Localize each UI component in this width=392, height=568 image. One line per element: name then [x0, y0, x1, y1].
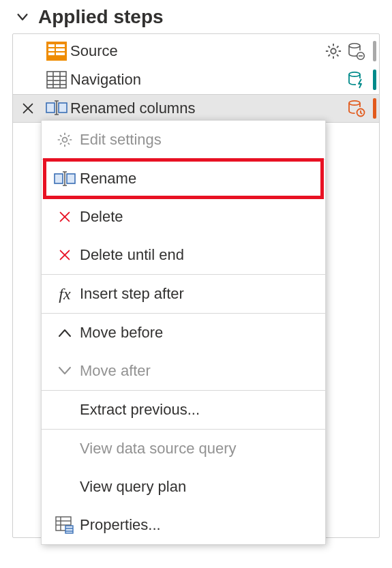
step-label: Navigation	[70, 71, 346, 89]
x-icon	[50, 248, 80, 263]
chevron-down-icon	[50, 365, 80, 377]
menu-label: Move after	[80, 363, 317, 378]
svg-rect-28	[65, 526, 73, 533]
table-icon	[43, 71, 70, 89]
menu-move-before[interactable]: Move before	[42, 314, 325, 352]
gear-icon[interactable]	[324, 42, 343, 61]
delete-step-icon[interactable]	[20, 101, 35, 116]
database-clock-icon[interactable]	[346, 98, 366, 119]
x-icon	[50, 209, 80, 224]
database-minus-icon[interactable]	[346, 41, 366, 61]
menu-view-data-source-query: View data source query	[42, 430, 325, 468]
menu-delete[interactable]: Delete	[42, 198, 325, 236]
menu-label: Extract previous...	[80, 402, 317, 417]
step-row-source[interactable]: Source	[13, 37, 379, 65]
source-table-icon	[43, 42, 70, 61]
applied-steps-title: Applied steps	[38, 7, 164, 28]
menu-move-after: Move after	[42, 352, 325, 390]
status-bar-orange	[373, 98, 376, 119]
database-power-icon[interactable]	[346, 70, 366, 90]
fx-icon: fx	[50, 286, 80, 302]
step-context-menu: Edit settings Rename Delete Dele	[41, 120, 326, 545]
properties-table-icon	[50, 516, 80, 534]
menu-delete-until-end[interactable]: Delete until end	[42, 236, 325, 274]
svg-rect-2	[56, 44, 65, 47]
menu-edit-settings: Edit settings	[42, 121, 325, 159]
svg-rect-22	[55, 174, 63, 183]
gear-icon	[50, 131, 80, 149]
step-label: Renamed columns	[70, 100, 346, 117]
menu-properties[interactable]: Properties...	[42, 506, 325, 544]
svg-rect-3	[48, 48, 55, 51]
menu-label: Delete	[80, 209, 317, 224]
svg-point-8	[349, 44, 360, 48]
step-row-renamed-columns[interactable]: Renamed columns	[13, 94, 379, 123]
svg-rect-5	[48, 53, 55, 55]
svg-point-7	[331, 48, 335, 53]
applied-steps-header[interactable]: Applied steps	[12, 7, 380, 28]
menu-label: Rename	[80, 171, 317, 186]
menu-label: Insert step after	[80, 286, 317, 301]
menu-insert-step-after[interactable]: fx Insert step after	[42, 275, 325, 313]
svg-rect-6	[56, 53, 65, 55]
step-label: Source	[70, 42, 324, 60]
svg-point-19	[349, 101, 360, 105]
menu-label: Move before	[80, 325, 317, 340]
menu-view-query-plan[interactable]: View query plan	[42, 468, 325, 506]
menu-label: Properties...	[80, 518, 317, 533]
chevron-up-icon	[50, 327, 80, 339]
menu-label: View query plan	[80, 479, 317, 494]
menu-extract-previous[interactable]: Extract previous...	[42, 391, 325, 429]
step-row-navigation[interactable]: Navigation	[13, 65, 379, 94]
rename-icon	[50, 170, 80, 187]
menu-label: Edit settings	[80, 132, 317, 147]
status-bar-teal	[373, 70, 376, 90]
svg-rect-23	[67, 174, 75, 183]
svg-rect-4	[56, 48, 65, 51]
svg-rect-1	[48, 44, 55, 47]
chevron-down-icon	[12, 10, 33, 25]
svg-rect-10	[47, 72, 66, 88]
menu-label: Delete until end	[80, 248, 317, 263]
svg-rect-17	[46, 103, 55, 113]
svg-point-16	[349, 72, 360, 76]
status-bar-gray	[373, 41, 376, 61]
menu-label: View data source query	[80, 441, 317, 456]
svg-point-21	[63, 138, 67, 143]
menu-rename[interactable]: Rename	[42, 160, 325, 198]
rename-columns-icon	[43, 100, 70, 117]
svg-rect-18	[59, 103, 67, 113]
